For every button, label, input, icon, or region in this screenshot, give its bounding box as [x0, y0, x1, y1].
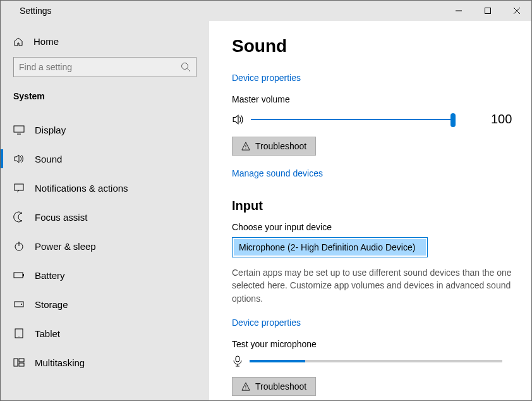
troubleshoot-label: Troubleshoot: [255, 381, 306, 392]
window-title: Settings: [20, 6, 52, 16]
warning-icon: [241, 142, 250, 151]
svg-rect-11: [14, 359, 18, 366]
svg-rect-5: [14, 273, 23, 278]
sidebar: Home System Display Sound: [1, 21, 209, 400]
troubleshoot-label: Troubleshoot: [255, 141, 306, 151]
close-icon: [514, 8, 520, 14]
sidebar-item-label: Power & sleep: [35, 241, 96, 252]
sidebar-item-battery[interactable]: Battery: [1, 261, 209, 290]
content-area: Sound Device properties Master volume 10…: [209, 21, 531, 400]
sidebar-item-storage[interactable]: Storage: [1, 290, 209, 319]
sidebar-item-power-sleep[interactable]: Power & sleep: [1, 231, 209, 261]
sound-icon: [13, 153, 25, 164]
svg-point-8: [21, 304, 22, 305]
svg-rect-2: [14, 126, 24, 132]
sidebar-item-label: Storage: [35, 299, 68, 310]
device-properties-link[interactable]: Device properties: [232, 73, 301, 83]
input-device-select[interactable]: Microphone (2- High Definition Audio Dev…: [232, 237, 428, 257]
page-title: Sound: [232, 36, 512, 56]
slider-thumb[interactable]: [450, 113, 456, 127]
input-heading: Input: [232, 199, 512, 213]
speaker-icon: [232, 113, 245, 126]
sidebar-item-tablet[interactable]: Tablet: [1, 319, 209, 348]
svg-rect-0: [485, 8, 491, 14]
maximize-icon: [485, 8, 491, 14]
sidebar-item-label: Multitasking: [35, 357, 85, 368]
manage-sound-devices-link[interactable]: Manage sound devices: [232, 168, 323, 178]
sidebar-item-notifications[interactable]: Notifications & actions: [1, 173, 209, 202]
storage-icon: [13, 299, 25, 310]
titlebar: Settings: [1, 1, 531, 21]
search-input[interactable]: [13, 57, 196, 77]
nav-list: Display Sound Notifications & actions Fo…: [1, 109, 209, 400]
focus-assist-icon: [13, 211, 25, 223]
tablet-icon: [13, 328, 25, 339]
choose-input-label: Choose your input device: [232, 222, 512, 232]
settings-window: Settings Home System Display: [0, 0, 532, 401]
volume-slider[interactable]: [232, 113, 453, 126]
troubleshoot-input-button[interactable]: Troubleshoot: [232, 377, 316, 396]
display-icon: [13, 124, 25, 135]
microphone-icon: [232, 355, 243, 367]
svg-rect-12: [19, 359, 24, 362]
minimize-icon: [456, 8, 462, 14]
sidebar-item-label: Focus assist: [35, 212, 87, 223]
group-label-system: System: [1, 86, 209, 109]
home-icon: [13, 37, 23, 47]
mic-level-bar: [250, 360, 502, 362]
notifications-icon: [13, 182, 25, 194]
sidebar-item-label: Tablet: [35, 328, 60, 339]
sidebar-item-multitasking[interactable]: Multitasking: [1, 348, 209, 377]
svg-rect-13: [19, 363, 24, 366]
test-mic-label: Test your microphone: [232, 339, 512, 349]
master-volume-label: Master volume: [232, 94, 512, 104]
home-label: Home: [33, 36, 59, 47]
mic-level-fill: [250, 360, 305, 362]
search-field[interactable]: [19, 62, 181, 72]
input-device-value: Microphone (2- High Definition Audio Dev…: [234, 239, 426, 256]
troubleshoot-output-button[interactable]: Troubleshoot: [232, 137, 316, 156]
sidebar-item-focus-assist[interactable]: Focus assist: [1, 202, 209, 231]
sidebar-item-label: Notifications & actions: [35, 183, 128, 194]
minimize-button[interactable]: [444, 1, 473, 21]
input-device-properties-link[interactable]: Device properties: [232, 318, 301, 328]
input-description: Certain apps may be set up to use differ…: [232, 266, 512, 305]
volume-value: 100: [491, 112, 512, 126]
warning-icon: [241, 382, 250, 391]
power-icon: [13, 240, 25, 252]
home-nav[interactable]: Home: [1, 30, 209, 53]
sidebar-item-display[interactable]: Display: [1, 115, 209, 144]
search-icon: [181, 62, 191, 72]
sidebar-item-label: Sound: [35, 154, 62, 164]
sidebar-item-label: Display: [35, 125, 66, 135]
battery-icon: [13, 269, 25, 281]
multitasking-icon: [13, 357, 25, 368]
svg-point-1: [182, 63, 188, 70]
svg-rect-3: [15, 184, 23, 190]
sidebar-item-sound[interactable]: Sound: [1, 144, 209, 173]
svg-point-10: [19, 336, 20, 337]
svg-rect-14: [236, 356, 239, 362]
sidebar-item-label: Battery: [35, 270, 65, 281]
slider-track[interactable]: [251, 119, 453, 120]
svg-rect-6: [23, 274, 24, 276]
close-button[interactable]: [502, 1, 531, 21]
maximize-button[interactable]: [473, 1, 502, 21]
